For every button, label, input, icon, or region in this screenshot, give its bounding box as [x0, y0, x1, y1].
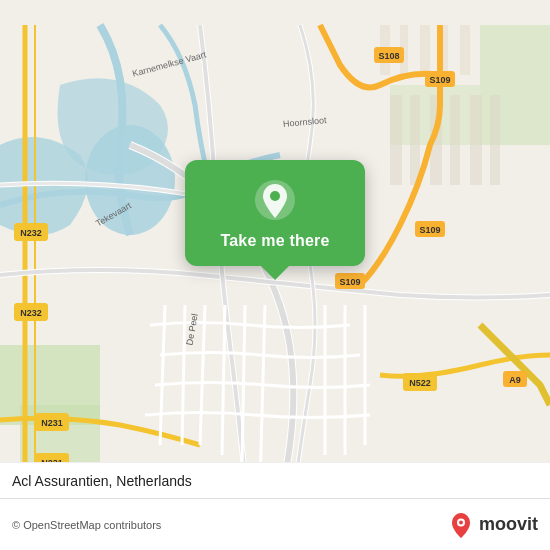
svg-rect-14 [470, 95, 482, 185]
svg-rect-11 [410, 95, 420, 185]
svg-text:N231: N231 [41, 418, 63, 428]
map-container: N232 N232 N231 N231 N521 N522 S108 S109 … [0, 0, 550, 550]
svg-rect-13 [450, 95, 460, 185]
svg-text:S109: S109 [429, 75, 450, 85]
svg-text:S109: S109 [419, 225, 440, 235]
place-label: Acl Assurantien, Netherlands [12, 473, 192, 489]
moovit-text: moovit [479, 514, 538, 535]
svg-rect-7 [420, 25, 430, 75]
svg-text:N522: N522 [409, 378, 431, 388]
svg-rect-15 [490, 95, 500, 185]
svg-rect-10 [390, 95, 402, 185]
svg-rect-9 [460, 25, 470, 75]
moovit-logo: moovit [447, 511, 538, 539]
svg-text:S108: S108 [378, 51, 399, 61]
svg-text:N232: N232 [20, 228, 42, 238]
moovit-icon [447, 511, 475, 539]
place-name-bar: Acl Assurantien, Netherlands [0, 462, 550, 498]
location-pin-icon [253, 178, 297, 222]
svg-text:De Peel: De Peel [184, 313, 199, 346]
svg-point-43 [270, 191, 280, 201]
bottom-bar: © OpenStreetMap contributors moovit [0, 498, 550, 550]
svg-point-45 [459, 520, 463, 524]
svg-text:Karnemelkse Vaart: Karnemelkse Vaart [131, 49, 207, 78]
svg-text:N232: N232 [20, 308, 42, 318]
take-me-there-button[interactable]: Take me there [220, 232, 329, 250]
svg-text:S109: S109 [339, 277, 360, 287]
attribution-text: © OpenStreetMap contributors [12, 519, 161, 531]
popup-card[interactable]: Take me there [185, 160, 365, 266]
svg-text:A9: A9 [509, 375, 521, 385]
svg-text:Hoornsloot: Hoornsloot [283, 115, 328, 129]
